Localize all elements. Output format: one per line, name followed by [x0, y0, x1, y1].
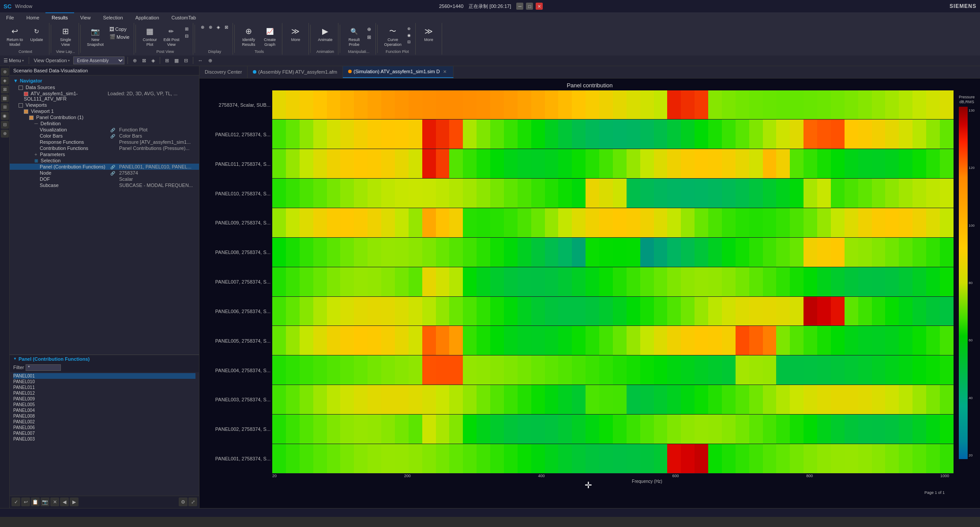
tb2-btn4[interactable]: ⊞ — [163, 57, 171, 64]
data-sources-row[interactable]: Data Sources — [10, 84, 199, 90]
tb2-btn1[interactable]: ⊕ — [131, 57, 139, 64]
display-btn2[interactable]: ⊕ — [207, 24, 214, 30]
display-btn1[interactable]: ⊕ — [199, 24, 206, 30]
curve-sub2[interactable]: ◉ — [406, 32, 413, 38]
definition-row[interactable]: ─ Definition — [10, 120, 199, 127]
data-source-item[interactable]: ATV_assyfem1_sim1-SOL111_ATV_MFR Loaded:… — [10, 90, 199, 102]
contribution-functions-row[interactable]: Contribution Functions Panel Contributio… — [10, 145, 199, 151]
edit-post-view-button[interactable]: ✏ Edit PostView — [161, 24, 181, 49]
list-item[interactable]: PANEL004 — [13, 407, 195, 413]
nav-check-button[interactable]: ✓ — [11, 497, 20, 506]
list-item[interactable]: PANEL008 — [13, 413, 195, 419]
new-snapshot-button[interactable]: 📷 NewSnapshot — [85, 24, 106, 49]
nav-copy-button[interactable]: 📋 — [31, 497, 40, 506]
viewports-row[interactable]: Viewports — [10, 102, 199, 108]
list-item[interactable]: PANEL003 — [13, 436, 195, 442]
nav-prev-button[interactable]: ◀ — [60, 497, 69, 506]
return-to-model-button[interactable]: ↩ Return toModel — [4, 24, 25, 49]
left-icon-1[interactable]: ⊕ — [1, 68, 9, 76]
small-view-btn2[interactable]: ⊟ — [183, 33, 190, 39]
assembly-dropdown[interactable]: Entire Assembly Selected Assembly Custom — [73, 56, 124, 64]
list-item[interactable]: PANEL007 — [13, 430, 195, 436]
left-icon-4[interactable]: ▦ — [1, 94, 9, 102]
response-functions-row[interactable]: Response Functions Pressure [ATV_assyfem… — [10, 139, 199, 145]
filter-input[interactable] — [26, 364, 61, 371]
panel-contribution-row[interactable]: Panel Contribution (1) — [10, 114, 199, 120]
tb2-btn3[interactable]: ◈ — [150, 57, 157, 64]
more-button-1[interactable]: ≫ More — [286, 24, 305, 44]
close-button[interactable]: ✕ — [536, 3, 543, 10]
probe-sub1[interactable]: ⊕ — [365, 26, 373, 33]
list-item[interactable]: PANEL006 — [13, 425, 195, 430]
tab-view[interactable]: View — [74, 12, 97, 22]
left-icon-5[interactable]: ⊞ — [1, 103, 9, 111]
navigator-section-header[interactable]: ▼ Navigator — [10, 77, 199, 84]
restore-button[interactable]: □ — [526, 3, 533, 10]
tab-home[interactable]: Home — [20, 12, 45, 22]
left-icon-7[interactable]: ⊟ — [1, 121, 9, 129]
small-view-btn1[interactable]: ⊞ — [183, 26, 190, 32]
tab-discovery-center[interactable]: Discovery Center — [199, 66, 248, 78]
list-item[interactable]: PANEL001 — [13, 373, 195, 379]
nav-expand-button[interactable]: ⤢ — [188, 497, 197, 506]
tab-file[interactable]: File — [0, 12, 20, 22]
nav-snap-button[interactable]: 📷 — [41, 497, 49, 506]
contour-plot-button[interactable]: ▦ ContourPlot — [140, 24, 159, 49]
selection-row[interactable]: ⊞ Selection — [10, 157, 199, 164]
single-view-button[interactable]: ⊞ SingleView — [56, 24, 75, 49]
nav-next-button[interactable]: ▶ — [70, 497, 79, 506]
tab-customtab[interactable]: CustomTab — [165, 12, 203, 22]
list-item[interactable]: PANEL005 — [13, 402, 195, 407]
parameters-row[interactable]: + Parameters — [10, 151, 199, 157]
tb2-btn8[interactable]: ⊕ — [207, 57, 214, 64]
tb2-btn2[interactable]: ⊠ — [140, 57, 148, 64]
animate-button[interactable]: ▶ Animate — [315, 24, 335, 44]
tb2-btn7[interactable]: ↔ — [196, 57, 205, 64]
tab-sim-close[interactable]: ✕ — [442, 68, 448, 75]
panel-cf-row[interactable]: Panel (Contribution Functions) 🔗 PANEL00… — [10, 164, 199, 170]
window-controls[interactable]: ─ □ ✕ — [516, 3, 543, 10]
tb2-btn6[interactable]: ⊟ — [182, 57, 190, 64]
tab-assembly-fem[interactable]: (Assembly FEM) ATV_assyfem1.afm — [248, 66, 343, 78]
nav-cancel-button[interactable]: ✕ — [50, 497, 59, 506]
list-item[interactable]: PANEL012 — [13, 390, 195, 396]
identify-results-button[interactable]: ⊕ IdentifyResults — [239, 24, 258, 49]
list-item[interactable]: PANEL009 — [13, 396, 195, 402]
display-btn4[interactable]: ⊠ — [223, 24, 230, 30]
update-button[interactable]: ↻ Update — [27, 24, 46, 44]
left-icon-3[interactable]: ⊠ — [1, 86, 9, 93]
left-icon-8[interactable]: ⊕ — [1, 130, 9, 138]
result-probe-button[interactable]: 🔍 ResultProbe — [344, 24, 364, 49]
visualization-row[interactable]: Visualization 🔗 Function Plot — [10, 127, 199, 133]
node-row[interactable]: Node 🔗 2758374 — [10, 170, 199, 176]
panel-section-header[interactable]: ▼ Panel (Contribution Functions) — [10, 355, 199, 363]
viewport1-row[interactable]: Viewport 1 — [10, 108, 199, 114]
tab-simulation[interactable]: (Simulation) ATV_assyfem1_sim1.sim D ✕ — [343, 66, 453, 78]
copy-image-button[interactable]: 🖼Copy — [108, 26, 131, 33]
tab-results[interactable]: Results — [45, 12, 74, 22]
dof-row[interactable]: DOF Scalar — [10, 176, 199, 182]
list-item[interactable]: PANEL002 — [13, 419, 195, 425]
nav-undo-button[interactable]: ↩ — [21, 497, 30, 506]
curve-sub1[interactable]: ⊕ — [406, 26, 413, 32]
more-button-2[interactable]: ≫ More — [419, 24, 438, 44]
minimize-button[interactable]: ─ — [516, 3, 523, 10]
probe-sub2[interactable]: ⊞ — [365, 34, 373, 41]
display-btn3[interactable]: ◈ — [215, 24, 222, 30]
curve-operation-button[interactable]: 〜 CurveOperation — [382, 24, 404, 49]
movie-button[interactable]: 🎬Movie — [108, 33, 131, 41]
tab-application[interactable]: Application — [129, 12, 165, 22]
left-icon-2[interactable]: ◈ — [1, 77, 9, 85]
left-icon-6[interactable]: ◉ — [1, 112, 9, 120]
color-bars-row[interactable]: Color Bars 🔗 Color Bars — [10, 133, 199, 139]
create-graph-button[interactable]: 📈 CreateGraph — [260, 24, 279, 49]
list-item[interactable]: PANEL011 — [13, 385, 195, 390]
menu-button[interactable]: ☰ Menu ▾ — [2, 57, 26, 64]
list-item[interactable]: PANEL010 — [13, 379, 195, 385]
nav-settings-button[interactable]: ⚙ — [179, 497, 188, 506]
tab-selection[interactable]: Selection — [97, 12, 129, 22]
view-operation-item[interactable]: View Operation ▾ — [32, 57, 71, 64]
subcase-row[interactable]: Subcase SUBCASE - MODAL FREQUEN... — [10, 182, 199, 188]
tb2-btn5[interactable]: ▦ — [173, 57, 180, 64]
curve-sub3[interactable]: ⊟ — [406, 39, 413, 45]
